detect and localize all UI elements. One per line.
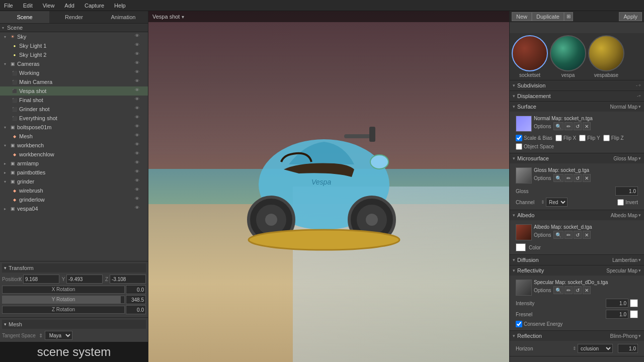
menu-help[interactable]: Help <box>112 2 128 10</box>
tree-item-paintbottles[interactable]: ▸ ▣ paintbottles 👁 <box>0 168 148 177</box>
position-z-input[interactable] <box>110 275 146 284</box>
visibility-icon-grinderlow[interactable]: 👁 <box>135 196 142 203</box>
albedo-search-btn[interactable]: 🔍 <box>553 231 564 239</box>
visibility-icon-workbenchlow[interactable]: 👁 <box>135 151 142 158</box>
horizon-value-input[interactable] <box>618 344 638 353</box>
tree-item-grinderlow[interactable]: ◆ grinderlow 👁 <box>0 195 148 204</box>
gloss-value-input[interactable] <box>615 187 638 196</box>
material-vespa[interactable]: vespa <box>550 35 586 78</box>
specular-edit-btn[interactable]: ✏ <box>565 286 573 294</box>
tree-item-sky-light-2[interactable]: ● Sky Light 2 👁 <box>0 50 148 59</box>
visibility-icon-wirebrush[interactable]: 👁 <box>135 187 142 194</box>
tangent-space-dropdown[interactable]: Maya <box>45 331 72 340</box>
fresnel-input[interactable] <box>606 310 628 319</box>
visibility-icon-everything-shot[interactable]: 👁 <box>135 115 142 122</box>
color-swatch[interactable] <box>516 243 526 251</box>
normal-clear-btn[interactable]: ✕ <box>583 122 591 130</box>
fresnel-swatch[interactable] <box>630 310 638 318</box>
menu-capture[interactable]: Capture <box>83 2 106 10</box>
invert-checkbox[interactable] <box>617 199 624 206</box>
conserve-energy-checkbox[interactable] <box>516 321 522 327</box>
tree-item-boltspose01m[interactable]: ▾ ▣ boltspose01m 👁 <box>0 123 148 132</box>
flip-x-checkbox[interactable] <box>555 135 562 141</box>
z-rotation-track[interactable]: Z Rotation <box>2 306 125 314</box>
mesh-header[interactable]: ▾ Mesh <box>2 320 146 329</box>
tree-item-grinder[interactable]: ▾ ▣ grinder 👁 <box>0 177 148 186</box>
reflection-header[interactable]: ▾ Reflection Blinn-Phong ▾ <box>510 331 644 341</box>
z-rotation-input[interactable] <box>126 305 146 314</box>
tree-item-mesh[interactable]: ◆ Mesh 👁 <box>0 132 148 141</box>
albedo-header[interactable]: ▾ Albedo Albedo Map ▾ <box>510 210 644 220</box>
viewport[interactable]: Vespa shot ▾ <box>148 11 509 362</box>
intensity-input[interactable] <box>606 299 628 308</box>
menu-add[interactable]: Add <box>62 2 76 10</box>
visibility-icon-grinder-shot[interactable]: 👁 <box>135 106 142 113</box>
x-rotation-track[interactable]: X Rotation <box>2 286 125 294</box>
tab-scene[interactable]: Scene <box>0 11 49 23</box>
tree-item-vespa04[interactable]: ▸ ▣ vespa04 👁 <box>0 204 148 213</box>
specular-clear-btn[interactable]: ✕ <box>583 286 591 294</box>
scene-tree-header[interactable]: ▾ Scene <box>0 24 148 32</box>
menu-file[interactable]: File <box>2 2 15 10</box>
scale-bias-check[interactable]: Scale & Bias <box>516 135 552 141</box>
tree-item-grinder-shot[interactable]: ⬛ Grinder shot 👁 <box>0 105 148 114</box>
subdivision-header[interactable]: ▾ Subdivision - ÷ <box>510 80 644 90</box>
tree-item-final-shot[interactable]: ⬛ Final shot 👁 <box>0 96 148 105</box>
visibility-icon-sky-light-1[interactable]: 👁 <box>135 42 142 49</box>
tree-item-sky-light-1[interactable]: ● Sky Light 1 👁 <box>0 41 148 50</box>
tab-render[interactable]: Render <box>49 11 99 23</box>
horizon-dropdown[interactable]: cclusion <box>578 344 613 353</box>
normal-search-btn[interactable]: 🔍 <box>553 122 564 130</box>
flip-x-check[interactable]: Flip X <box>555 135 577 141</box>
invert-check[interactable]: Invert <box>617 199 638 206</box>
visibility-icon-main-camera[interactable]: 👁 <box>135 78 142 85</box>
normal-edit-btn[interactable]: ✏ <box>565 122 573 130</box>
reflectivity-header[interactable]: ▾ Reflectivity Specular Map ▾ <box>510 265 644 276</box>
displacement-header[interactable]: ▾ Displacement -÷ <box>510 91 644 101</box>
x-rotation-input[interactable] <box>126 285 146 294</box>
flip-y-check[interactable]: Flip Y <box>579 135 600 141</box>
visibility-icon-sky[interactable]: 👁 <box>135 33 142 40</box>
tab-animation[interactable]: Animation <box>99 11 148 23</box>
visibility-icon-armlamp[interactable]: 👁 <box>135 160 142 167</box>
y-rotation-track[interactable]: Y Rotation <box>2 296 125 304</box>
visibility-icon-sky-light-2[interactable]: 👁 <box>135 51 142 58</box>
options-icon-button[interactable]: ⊞ <box>564 12 573 21</box>
transform-header[interactable]: ▾ Transform <box>2 263 146 273</box>
tree-item-main-camera[interactable]: ⬛ Main Camera 👁 <box>0 77 148 86</box>
position-x-input[interactable] <box>23 275 59 284</box>
viewport-camera-label[interactable]: Vespa shot ▾ <box>152 14 184 20</box>
albedo-edit-btn[interactable]: ✏ <box>565 231 573 239</box>
tree-item-sky[interactable]: ▾ ☀ Sky 👁 <box>0 32 148 41</box>
normal-refresh-btn[interactable]: ↺ <box>574 122 582 130</box>
visibility-icon-bolts[interactable]: 👁 <box>135 124 142 131</box>
menu-edit[interactable]: Edit <box>21 2 35 10</box>
tree-item-everything-shot[interactable]: ⬛ Everything shot 👁 <box>0 114 148 123</box>
albedo-clear-btn[interactable]: ✕ <box>583 231 591 239</box>
visibility-icon-vespa04[interactable]: 👁 <box>135 205 142 212</box>
gloss-edit-btn[interactable]: ✏ <box>565 174 573 182</box>
visibility-icon-cameras[interactable]: 👁 <box>135 60 142 67</box>
visibility-icon-working[interactable]: 👁 <box>135 69 142 76</box>
gloss-refresh-btn[interactable]: ↺ <box>574 174 582 182</box>
material-vespabase[interactable]: vespabase <box>588 35 624 78</box>
tree-item-vespa-shot[interactable]: ⬛ Vespa shot 👁 <box>0 86 148 96</box>
flip-y-checkbox[interactable] <box>579 135 586 141</box>
tree-item-armlamp[interactable]: ▸ ▣ armlamp 👁 <box>0 159 148 168</box>
gloss-search-btn[interactable]: 🔍 <box>553 174 564 182</box>
specular-refresh-btn[interactable]: ↺ <box>574 286 582 294</box>
conserve-energy-check[interactable]: Conserve Energy <box>516 321 562 327</box>
visibility-icon-mesh[interactable]: 👁 <box>135 133 142 140</box>
tree-item-workbenchlow[interactable]: ◆ workbenchlow 👁 <box>0 150 148 159</box>
tree-item-wirebrush[interactable]: ◆ wirebrush 👁 <box>0 186 148 195</box>
object-space-check[interactable]: Object Space <box>516 143 554 150</box>
new-button[interactable]: New <box>512 12 532 21</box>
tree-item-cameras[interactable]: ▾ ▣ Cameras 👁 <box>0 59 148 68</box>
visibility-icon-workbench[interactable]: 👁 <box>135 142 142 149</box>
intensity-swatch[interactable] <box>630 299 638 307</box>
menu-view[interactable]: View <box>41 2 57 10</box>
channel-dropdown[interactable]: Red <box>546 198 568 207</box>
duplicate-button[interactable]: Duplicate <box>532 12 564 21</box>
gloss-clear-btn[interactable]: ✕ <box>583 174 591 182</box>
position-y-input[interactable] <box>66 275 103 284</box>
